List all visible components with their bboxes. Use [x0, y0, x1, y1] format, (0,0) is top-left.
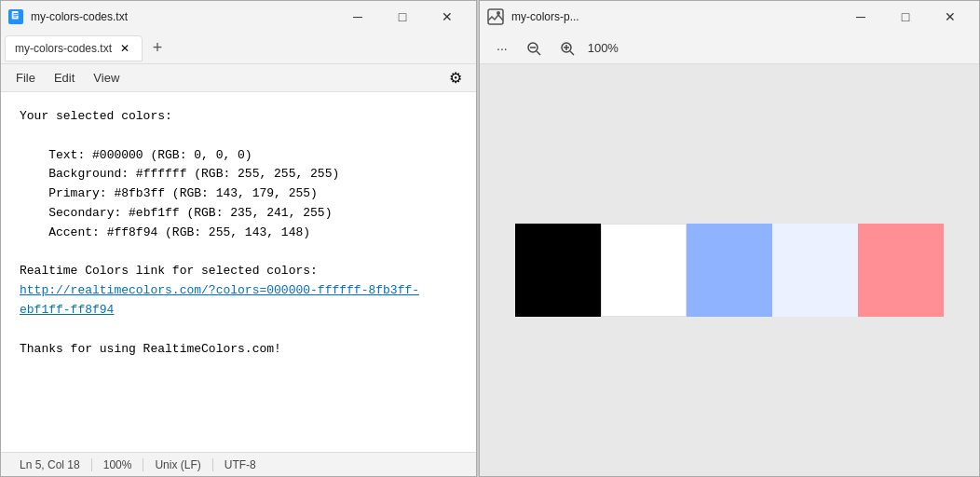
menu-view[interactable]: View	[86, 67, 127, 89]
notepad-window: my-colors-codes.txt ─ □ ✕ my-colors-code…	[0, 0, 477, 477]
swatch-text	[515, 224, 601, 317]
image-title: my-colors-p...	[511, 10, 832, 23]
settings-gear-icon[interactable]: ⚙	[442, 65, 469, 91]
active-tab[interactable]: my-colors-codes.txt ✕	[5, 35, 143, 61]
content-line5: Secondary: #ebf1ff (RGB: 235, 241, 255)	[20, 204, 457, 224]
minimize-button[interactable]: ─	[336, 3, 379, 31]
content-line4: Primary: #8fb3ff (RGB: 143, 179, 255)	[20, 184, 457, 204]
status-line-ending: Unix (LF)	[143, 458, 212, 471]
content-line6: Accent: #ff8f94 (RGB: 255, 143, 148)	[20, 224, 457, 243]
content-line2: Text: #000000 (RGB: 0, 0, 0)	[20, 146, 457, 166]
content-line8: Realtime Colors link for selected colors…	[20, 262, 457, 281]
notepad-tab-bar: my-colors-codes.txt ✕ +	[1, 33, 476, 64]
content-line1: Your selected colors:	[20, 107, 457, 127]
content-line10: Thanks for using RealtimeColors.com!	[20, 340, 457, 360]
swatch-background	[601, 224, 687, 317]
more-options-button[interactable]: ···	[491, 38, 513, 59]
notepad-title-bar: my-colors-codes.txt ─ □ ✕	[1, 1, 476, 33]
image-app-icon	[487, 8, 504, 25]
swatch-secondary	[772, 224, 858, 317]
zoom-out-button[interactable]	[521, 38, 547, 59]
image-title-bar: my-colors-p... ─ □ ✕	[480, 1, 979, 33]
svg-line-10	[570, 51, 574, 55]
menu-file[interactable]: File	[8, 67, 43, 89]
color-swatches	[515, 224, 944, 317]
content-spacer3	[20, 320, 457, 340]
zoom-level: 100%	[588, 41, 619, 55]
image-minimize-button[interactable]: ─	[839, 3, 882, 31]
svg-line-7	[537, 51, 540, 55]
tab-label: my-colors-codes.txt	[15, 42, 112, 55]
image-close-button[interactable]: ✕	[929, 3, 972, 31]
status-position: Ln 5, Col 18	[8, 458, 92, 471]
status-encoding: UTF-8	[213, 458, 267, 471]
new-tab-button[interactable]: +	[144, 35, 170, 61]
tab-close-button[interactable]: ✕	[117, 41, 132, 56]
content-spacer1	[20, 127, 457, 146]
swatch-accent	[858, 224, 944, 317]
content-line3: Background: #ffffff (RGB: 255, 255, 255)	[20, 165, 457, 184]
image-toolbar: ··· 100%	[480, 33, 979, 64]
zoom-in-button[interactable]	[554, 38, 580, 59]
swatch-primary	[687, 224, 772, 317]
notepad-editor[interactable]: Your selected colors: Text: #000000 (RGB…	[1, 92, 476, 452]
status-zoom: 100%	[92, 458, 144, 471]
notepad-status-bar: Ln 5, Col 18 100% Unix (LF) UTF-8	[1, 452, 476, 476]
maximize-button[interactable]: □	[381, 3, 424, 31]
image-maximize-button[interactable]: □	[884, 3, 927, 31]
menu-edit[interactable]: Edit	[47, 67, 82, 89]
notepad-title: my-colors-codes.txt	[31, 10, 329, 23]
content-link: http://realtimecolors.com/?colors=000000…	[20, 281, 457, 320]
image-content	[480, 64, 979, 476]
svg-point-5	[497, 11, 500, 15]
notepad-app-icon	[8, 9, 23, 24]
notepad-menu-bar: File Edit View ⚙	[1, 64, 476, 92]
window-controls: ─ □ ✕	[336, 3, 469, 31]
content-spacer2	[20, 243, 457, 263]
image-viewer-window: my-colors-p... ─ □ ✕ ··· 100%	[479, 0, 980, 477]
image-window-controls: ─ □ ✕	[839, 3, 972, 31]
close-button[interactable]: ✕	[426, 3, 469, 31]
